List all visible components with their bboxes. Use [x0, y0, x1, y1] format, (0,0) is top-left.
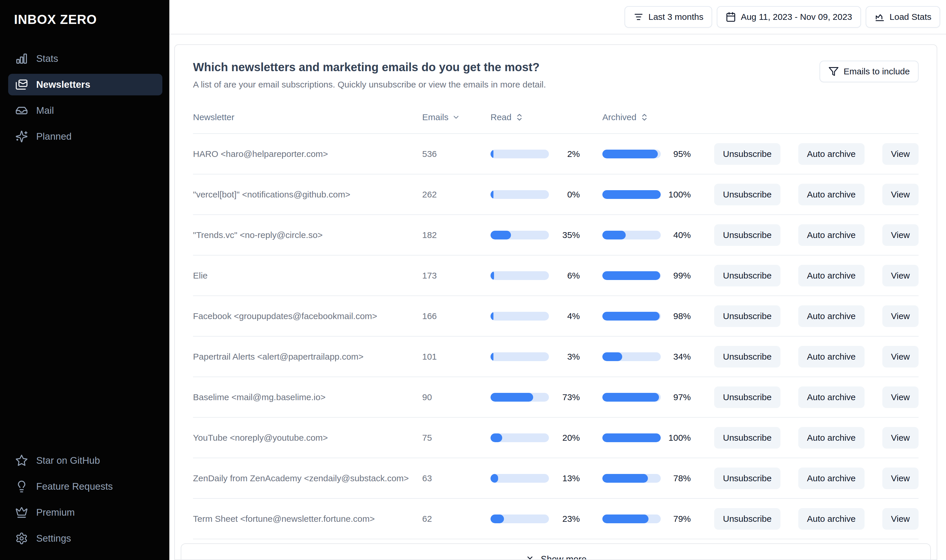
archived-cell: 40% [602, 230, 691, 240]
view-button[interactable]: View [882, 143, 918, 165]
date-range-preset-button[interactable]: Last 3 months [625, 6, 712, 28]
calendar-icon [725, 12, 736, 22]
auto-archive-button[interactable]: Auto archive [798, 224, 864, 246]
auto-archive-button[interactable]: Auto archive [798, 184, 864, 205]
auto-archive-button[interactable]: Auto archive [798, 386, 864, 408]
view-button[interactable]: View [882, 427, 918, 449]
read-progress-fill [491, 231, 511, 240]
read-cell: 4% [491, 311, 580, 321]
table-row: Elie 173 6% 99% Unsubscribe Auto archive… [193, 255, 918, 296]
app-logo[interactable]: INBOX ZERO [0, 0, 169, 27]
view-button[interactable]: View [882, 265, 918, 286]
sidebar-item-premium[interactable]: Premium [8, 502, 162, 523]
unsubscribe-button[interactable]: Unsubscribe [714, 184, 781, 205]
sidebar-item-label: Newsletters [36, 79, 90, 90]
view-button[interactable]: View [882, 224, 918, 246]
auto-archive-button[interactable]: Auto archive [798, 427, 864, 449]
auto-archive-button[interactable]: Auto archive [798, 508, 864, 530]
read-cell: 73% [491, 392, 580, 402]
show-more-label: Show more [541, 554, 586, 560]
sort-emails[interactable]: Emails [422, 112, 460, 122]
unsubscribe-button[interactable]: Unsubscribe [714, 143, 781, 165]
row-actions: Unsubscribe Auto archive View [714, 468, 918, 489]
funnel-filter-icon [828, 66, 839, 77]
sidebar-item-feature-requests[interactable]: Feature Requests [8, 476, 162, 497]
topbar: Last 3 months Aug 11, 2023 - Nov 09, 202… [169, 0, 946, 34]
archived-cell: 79% [602, 514, 691, 524]
table-row: Term Sheet <fortune@newsletter.fortune.c… [193, 499, 918, 539]
column-header-emails: Emails [422, 112, 491, 122]
unsubscribe-button[interactable]: Unsubscribe [714, 224, 781, 246]
load-stats-label: Load Stats [890, 12, 931, 22]
read-progress-bar [491, 474, 549, 483]
archived-progress-fill [602, 190, 661, 199]
archived-cell: 78% [602, 473, 691, 483]
emails-count: 536 [422, 149, 491, 159]
read-cell: 13% [491, 473, 580, 483]
sidebar-item-planned[interactable]: Planned [8, 126, 162, 147]
unsubscribe-button[interactable]: Unsubscribe [714, 468, 781, 489]
unsubscribe-button[interactable]: Unsubscribe [714, 508, 781, 530]
load-stats-button[interactable]: Load Stats [866, 6, 940, 28]
archived-progress-bar [602, 150, 661, 158]
emails-count: 62 [422, 514, 491, 524]
read-cell: 6% [491, 271, 580, 281]
app-root: INBOX ZERO Stats Newsletters [0, 0, 946, 560]
view-button[interactable]: View [882, 468, 918, 489]
row-actions: Unsubscribe Auto archive View [714, 305, 918, 327]
sidebar-item-stats[interactable]: Stats [8, 48, 162, 69]
archived-progress-fill [602, 271, 660, 280]
emails-to-include-button[interactable]: Emails to include [819, 61, 918, 82]
read-cell: 35% [491, 230, 580, 240]
view-button[interactable]: View [882, 305, 918, 327]
row-actions: Unsubscribe Auto archive View [714, 346, 918, 368]
view-button[interactable]: View [882, 346, 918, 368]
read-progress-fill [491, 434, 502, 442]
unsubscribe-button[interactable]: Unsubscribe [714, 265, 781, 286]
date-range-picker-button[interactable]: Aug 11, 2023 - Nov 09, 2023 [717, 6, 861, 28]
unsubscribe-button[interactable]: Unsubscribe [714, 427, 781, 449]
auto-archive-button[interactable]: Auto archive [798, 346, 864, 368]
archived-percent: 99% [665, 271, 691, 281]
show-more-button[interactable]: Show more [181, 543, 931, 560]
table-row: HARO <haro@helpareporter.com> 536 2% 95%… [193, 134, 918, 174]
read-progress-bar [491, 150, 549, 158]
table-row: Papertrail Alerts <alert@papertrailapp.c… [193, 337, 918, 377]
chevron-down-icon [452, 113, 460, 122]
auto-archive-button[interactable]: Auto archive [798, 468, 864, 489]
sort-archived[interactable]: Archived [602, 112, 649, 122]
read-progress-bar [491, 393, 549, 402]
sidebar-item-newsletters[interactable]: Newsletters [8, 74, 162, 95]
unsubscribe-button[interactable]: Unsubscribe [714, 386, 781, 408]
read-percent: 4% [554, 311, 580, 321]
read-cell: 0% [491, 189, 580, 200]
auto-archive-button[interactable]: Auto archive [798, 143, 864, 165]
view-button[interactable]: View [882, 386, 918, 408]
archived-cell: 99% [602, 271, 691, 281]
archived-progress-bar [602, 474, 661, 483]
read-cell: 3% [491, 352, 580, 362]
newsletter-name: Papertrail Alerts <alert@papertrailapp.c… [193, 352, 422, 362]
newsletter-table-body: HARO <haro@helpareporter.com> 536 2% 95%… [193, 134, 918, 539]
view-button[interactable]: View [882, 508, 918, 530]
date-range-preset-label: Last 3 months [648, 12, 704, 22]
view-button[interactable]: View [882, 184, 918, 205]
archived-progress-fill [602, 434, 661, 442]
table-row: "vercel[bot]" <notifications@github.com>… [193, 174, 918, 215]
archived-progress-fill [602, 312, 660, 320]
read-percent: 0% [554, 189, 580, 200]
column-header-newsletter: Newsletter [193, 112, 422, 122]
row-actions: Unsubscribe Auto archive View [714, 265, 918, 286]
read-progress-bar [491, 434, 549, 442]
unsubscribe-button[interactable]: Unsubscribe [714, 305, 781, 327]
sidebar-item-mail[interactable]: Mail [8, 100, 162, 122]
sidebar-item-star-on-github[interactable]: Star on GitHub [8, 450, 162, 471]
auto-archive-button[interactable]: Auto archive [798, 265, 864, 286]
chevrons-down-icon [525, 554, 535, 560]
sort-read[interactable]: Read [491, 112, 524, 122]
sidebar-item-settings[interactable]: Settings [8, 528, 162, 549]
auto-archive-button[interactable]: Auto archive [798, 305, 864, 327]
newsletters-mail-icon [15, 78, 28, 91]
unsubscribe-button[interactable]: Unsubscribe [714, 346, 781, 368]
table-row: YouTube <noreply@youtube.com> 75 20% 100… [193, 418, 918, 458]
